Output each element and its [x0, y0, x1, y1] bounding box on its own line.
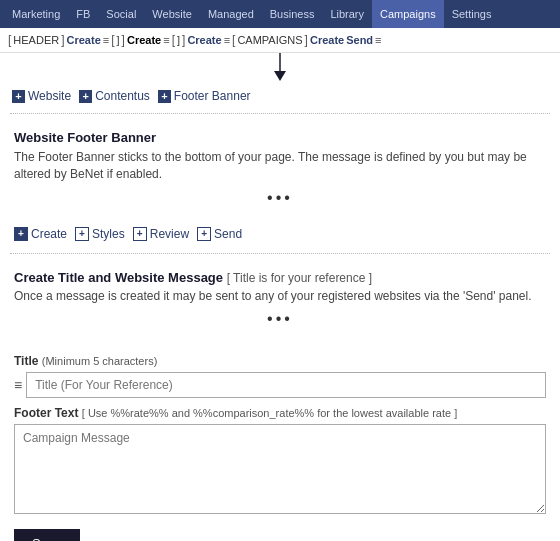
subtab-send-label: Send	[214, 227, 242, 241]
subtab-create[interactable]: + Create	[14, 227, 67, 241]
bc-bracket-4: ]	[122, 33, 125, 47]
nav-library[interactable]: Library	[322, 0, 372, 28]
title-field-label: Title (Minimum 5 characters)	[14, 354, 546, 368]
bc-campaigns-create[interactable]: Create	[310, 34, 344, 46]
tab-contentus-plus-icon: +	[79, 90, 92, 103]
bc-bracket-5: [	[172, 33, 175, 47]
svg-marker-1	[274, 71, 286, 81]
footer-text-hint: [ Use %%rate%% and %%comparison_rate%% f…	[82, 407, 457, 419]
ellipsis-1: •••	[14, 189, 546, 207]
bc-list-icon-1[interactable]: ≡	[103, 34, 109, 46]
tab-footer-banner[interactable]: + Footer Banner	[158, 89, 251, 103]
footer-text-label-row: Footer Text [ Use %%rate%% and %%compari…	[14, 406, 546, 420]
bc-bracket-6: ]	[182, 33, 185, 47]
nav-campaigns[interactable]: Campaigns	[372, 0, 444, 28]
footer-banner-description: The Footer Banner sticks to the bottom o…	[14, 149, 546, 183]
create-section-title-row: Create Title and Website Message [ Title…	[14, 270, 546, 285]
bc-campaigns-send[interactable]: Send	[346, 34, 373, 46]
subtab-send[interactable]: + Send	[197, 227, 242, 241]
nav-settings[interactable]: Settings	[444, 0, 500, 28]
bc-footer-create[interactable]: Create	[127, 34, 161, 46]
breadcrumb-bar: [ HEADER ] Create ≡ [ ] ] Create ≡ [ ] ]…	[0, 28, 560, 53]
nav-social[interactable]: Social	[98, 0, 144, 28]
subtab-create-icon: +	[14, 227, 28, 241]
top-navigation: Marketing FB Social Website Managed Busi…	[0, 0, 560, 28]
subtab-review-label: Review	[150, 227, 189, 241]
bc-header-label: HEADER	[13, 34, 59, 46]
bc-bracket-2: ]	[61, 33, 64, 47]
arrow-down-icon	[268, 53, 292, 81]
arrow-container	[0, 53, 560, 81]
subtab-styles-label: Styles	[92, 227, 125, 241]
nav-fb[interactable]: FB	[68, 0, 98, 28]
bc-header-create[interactable]: Create	[67, 34, 101, 46]
tab-website-label: Website	[28, 89, 71, 103]
bc-bracket-8: ]	[305, 33, 308, 47]
footer-text-textarea[interactable]	[14, 424, 546, 514]
tab-footer-banner-label: Footer Banner	[174, 89, 251, 103]
nav-business[interactable]: Business	[262, 0, 323, 28]
create-section-title: Create Title and Website Message	[14, 270, 223, 285]
bc-list-icon-3[interactable]: ≡	[224, 34, 230, 46]
footer-banner-section: Website Footer Banner The Footer Banner …	[0, 120, 560, 223]
tab-footer-plus-icon: +	[158, 90, 171, 103]
bc-list-icon-2[interactable]: ≡	[163, 34, 169, 46]
subtab-review-icon: +	[133, 227, 147, 241]
nav-marketing[interactable]: Marketing	[4, 0, 68, 28]
ellipsis-2: •••	[14, 310, 546, 328]
title-input-row: ≡	[14, 372, 546, 398]
bc-list-icon-4[interactable]: ≡	[375, 34, 381, 46]
create-section-subtitle: [ Title is for your reference ]	[227, 271, 372, 285]
form-area: Title (Minimum 5 characters) ≡ Footer Te…	[0, 338, 560, 541]
sub-tab-row: + Create + Styles + Review + Send	[14, 227, 546, 241]
nav-website[interactable]: Website	[144, 0, 200, 28]
tab-contentus-label: Contentus	[95, 89, 150, 103]
bc-inpost-label: ]	[177, 34, 180, 46]
title-input[interactable]	[26, 372, 546, 398]
bc-campaigns-label: CAMPAIGNS	[237, 34, 302, 46]
subtab-styles-icon: +	[75, 227, 89, 241]
subtab-review[interactable]: + Review	[133, 227, 189, 241]
footer-banner-title: Website Footer Banner	[14, 130, 546, 145]
tab-website-plus-icon: +	[12, 90, 25, 103]
sub-tabs-container: + Create + Styles + Review + Send	[0, 223, 560, 247]
subtab-styles[interactable]: + Styles	[75, 227, 125, 241]
separator-1	[10, 113, 550, 114]
create-section: Create Title and Website Message [ Title…	[0, 260, 560, 339]
tab-row: + Website + Contentus + Footer Banner	[12, 89, 548, 103]
bc-bracket-3: [	[111, 33, 114, 47]
save-button[interactable]: Save	[14, 529, 80, 541]
subtab-create-label: Create	[31, 227, 67, 241]
separator-2	[10, 253, 550, 254]
footer-text-label: Footer Text	[14, 406, 78, 420]
list-icon: ≡	[14, 377, 22, 393]
tab-contentus[interactable]: + Contentus	[79, 89, 150, 103]
tab-website[interactable]: + Website	[12, 89, 71, 103]
subtab-send-icon: +	[197, 227, 211, 241]
nav-managed[interactable]: Managed	[200, 0, 262, 28]
create-section-description: Once a message is created it may be sent…	[14, 288, 546, 305]
tabs-section: + Website + Contentus + Footer Banner	[0, 81, 560, 107]
bc-bracket-1: [	[8, 33, 11, 47]
bc-inpost-create[interactable]: Create	[187, 34, 221, 46]
bc-footer-label: ]	[117, 34, 120, 46]
bc-bracket-7: [	[232, 33, 235, 47]
